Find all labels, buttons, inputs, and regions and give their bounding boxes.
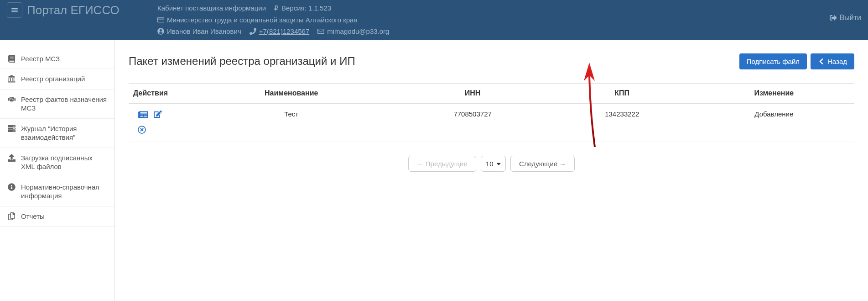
server-icon — [6, 125, 16, 132]
col-change: Изменение — [694, 83, 854, 103]
view-icon[interactable] — [138, 110, 148, 121]
logout-button[interactable]: Выйти — [830, 14, 861, 22]
logout-icon — [830, 14, 837, 21]
sidebar-item-journal[interactable]: Журнал "История взаимодействия" — [0, 119, 114, 148]
edit-icon[interactable] — [154, 110, 162, 121]
chevron-left-icon — [818, 58, 825, 65]
book-icon — [6, 55, 16, 63]
user-email[interactable]: mimagodu@p33.org — [317, 26, 389, 37]
sidebar-item-reference[interactable]: Нормативно-справочная информация — [0, 177, 114, 206]
sidebar-item-reports[interactable]: Отчеты — [0, 206, 114, 227]
sidebar-item-upload[interactable]: Загрузка подписанных XML файлов — [0, 148, 114, 177]
cell-name: Тест — [188, 103, 395, 142]
ministry-label: Министерство труда и социальной защиты А… — [157, 14, 358, 26]
delete-icon[interactable] — [138, 126, 146, 135]
sidebar-item-facts-registry[interactable]: Реестр фактов назначения МСЗ — [0, 90, 114, 119]
sign-file-button[interactable]: Подписать файл — [739, 53, 807, 69]
info-icon — [6, 183, 16, 191]
chevron-down-icon — [496, 160, 501, 167]
prev-page-button[interactable]: ← Предыдущие — [408, 156, 476, 172]
page-title: Пакет изменений реестра организаций и ИП — [129, 55, 355, 68]
portal-title: Портал ЕГИССО — [27, 3, 120, 17]
cell-inn: 7708503727 — [395, 103, 550, 142]
data-table: Действия Наименование ИНН КПП Изменение — [129, 83, 854, 143]
main-content: Пакет изменений реестра организаций и ИП… — [115, 40, 868, 301]
app-header: Портал ЕГИССО Кабинет поставщика информа… — [0, 0, 868, 40]
menu-toggle-button[interactable] — [7, 2, 22, 18]
col-actions: Действия — [129, 83, 188, 103]
page-size-select[interactable]: 10 — [481, 156, 506, 172]
copy-icon — [6, 212, 16, 220]
pagination: ← Предыдущие 10 Следующие → — [129, 156, 854, 172]
user-name: Иванов Иван Иванович — [157, 26, 241, 37]
handshake-icon — [6, 95, 16, 103]
table-row: Тест 7708503727 134233222 Добавление — [129, 103, 854, 142]
col-name: Наименование — [188, 83, 395, 103]
phone-icon — [249, 28, 256, 35]
cell-kpp: 134233222 — [551, 103, 694, 142]
version-label: ₽ Версия: 1.1.523 — [274, 2, 331, 14]
upload-icon — [6, 154, 16, 162]
card-icon — [157, 16, 164, 23]
back-button[interactable]: Назад — [811, 53, 854, 69]
cabinet-label: Кабинет поставщика информации — [157, 2, 266, 14]
envelope-icon — [317, 28, 324, 35]
cell-change: Добавление — [694, 103, 854, 142]
sidebar-item-msz-registry[interactable]: Реестр МСЗ — [0, 49, 114, 69]
institution-icon — [6, 75, 16, 83]
col-kpp: КПП — [551, 83, 694, 103]
user-icon — [157, 28, 164, 35]
user-phone[interactable]: +7(821)1234567 — [249, 26, 310, 37]
col-inn: ИНН — [395, 83, 550, 103]
sidebar-item-org-registry[interactable]: Реестр организаций — [0, 69, 114, 90]
next-page-button[interactable]: Следующие → — [510, 156, 575, 172]
sidebar: Реестр МСЗ Реестр организаций Реестр фак… — [0, 40, 115, 301]
